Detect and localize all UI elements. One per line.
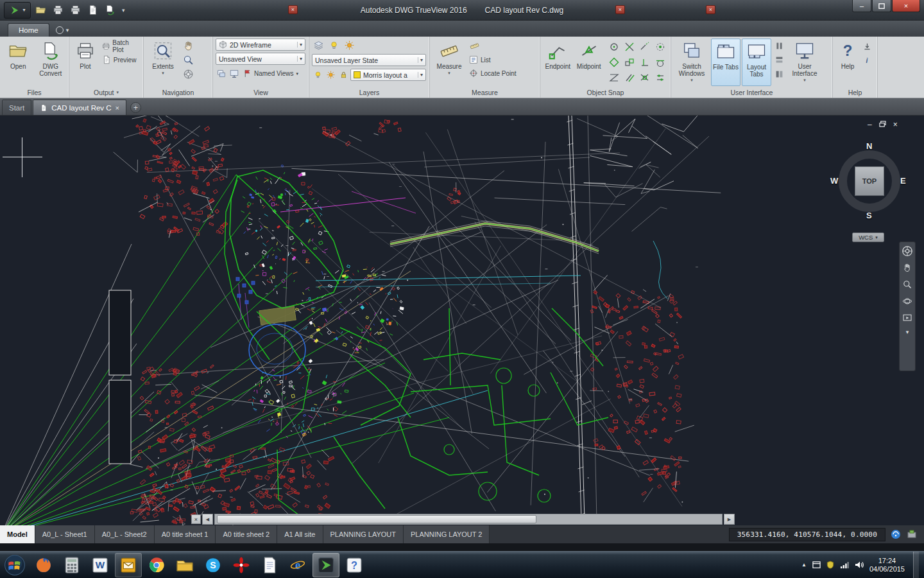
tray-network-icon[interactable] xyxy=(840,561,849,569)
navbar-options-caret-icon[interactable]: ▾ xyxy=(901,328,914,336)
pan-button[interactable] xyxy=(181,39,195,53)
named-view-combo[interactable]: Unsaved View ▾ xyxy=(216,53,305,65)
osnap-parallel-icon[interactable] xyxy=(622,70,637,85)
window-close-button[interactable]: × xyxy=(892,0,920,12)
full-navigation-wheel-button[interactable] xyxy=(901,245,914,258)
file-tab-close-icon[interactable]: × xyxy=(116,104,119,112)
layout-tab-a1-all-site[interactable]: A1 All site xyxy=(277,525,323,543)
show-motion-button[interactable] xyxy=(901,311,914,324)
help-button[interactable]: ? Help xyxy=(835,39,860,86)
qat-customize-dropdown[interactable]: ▾ xyxy=(119,7,128,13)
taskbar-calculator-icon[interactable] xyxy=(58,553,85,577)
osnap-apparent-intersection-icon[interactable] xyxy=(637,70,653,85)
orbit-tool-button[interactable] xyxy=(901,295,914,308)
osnap-intersection-icon[interactable] xyxy=(622,39,637,55)
layer-freeze-button[interactable] xyxy=(343,39,355,52)
scroll-left-button[interactable]: ◀ xyxy=(202,514,213,525)
start-button[interactable] xyxy=(3,553,27,577)
zoom-extents-button[interactable]: Extents ▾ xyxy=(146,39,180,86)
tray-volume-icon[interactable] xyxy=(855,561,864,569)
viewcube-east[interactable]: E xyxy=(900,176,906,186)
named-views-button[interactable]: Named Views ▾ xyxy=(241,67,300,80)
visual-style-combo[interactable]: 2D Wireframe ▾ xyxy=(216,39,305,51)
layout-tab-model[interactable]: Model xyxy=(0,525,35,543)
taskbar-skype-icon[interactable]: S xyxy=(200,553,227,577)
plot-button[interactable]: Plot xyxy=(72,39,99,86)
scrollbar-track[interactable] xyxy=(214,514,723,525)
osnap-insertion-icon[interactable] xyxy=(622,55,637,70)
osnap-perpendicular-icon[interactable] xyxy=(637,55,653,70)
open-button[interactable]: Open xyxy=(3,39,34,86)
taskbar-pinwheel-app-icon[interactable] xyxy=(228,553,255,577)
qat-preview-button[interactable] xyxy=(85,3,100,17)
layer-properties-button[interactable] xyxy=(312,39,325,52)
show-hidden-icons-button[interactable]: ▲ xyxy=(801,562,807,568)
batch-plot-button[interactable]: Batch Plot xyxy=(100,40,141,53)
layout-tab-planning-layout[interactable]: PLANNING LAYOUT xyxy=(323,525,404,543)
doc-minimize-button[interactable]: – xyxy=(868,121,872,128)
locate-point-button[interactable]: Locate Point xyxy=(467,67,518,80)
ribbon-display-toggle[interactable]: ▾ xyxy=(56,23,69,37)
osnap-center-icon[interactable] xyxy=(606,39,622,55)
doc-close-button[interactable]: × xyxy=(893,121,898,128)
taskbar-clock[interactable]: 17:24 04/06/2015 xyxy=(869,557,905,574)
background-window-close-icon[interactable]: × xyxy=(615,5,625,14)
quick-measure-icon[interactable] xyxy=(467,39,481,53)
qat-plot-button[interactable] xyxy=(50,3,65,17)
drawing-canvas[interactable] xyxy=(0,116,924,525)
viewcube-south[interactable]: S xyxy=(866,211,872,220)
qat-open-button[interactable] xyxy=(33,3,48,17)
layout-tab-a0-title-sheet-2[interactable]: A0 title sheet 2 xyxy=(216,525,277,543)
osnap-extension-icon[interactable] xyxy=(637,39,653,55)
taskbar-explorer-icon[interactable] xyxy=(171,553,198,577)
viewcube-north[interactable]: N xyxy=(866,141,872,151)
snap-endpoint-button[interactable]: Endpoint xyxy=(543,39,573,86)
layer-lock-button[interactable] xyxy=(338,68,349,82)
new-drawing-tab-button[interactable]: + xyxy=(130,102,141,113)
layer-on-off-button[interactable] xyxy=(312,68,323,82)
background-window-close-icon[interactable]: × xyxy=(706,5,715,14)
isolate-objects-icon[interactable] xyxy=(906,529,918,540)
layer-thaw-button[interactable] xyxy=(325,68,336,82)
tab-home[interactable]: Home xyxy=(8,23,49,37)
doc-restore-button[interactable] xyxy=(879,121,886,128)
viewport-config-button[interactable] xyxy=(216,67,227,80)
osnap-tangent-icon[interactable] xyxy=(653,55,668,70)
file-tab-active-document[interactable]: CAD layout Rev C × xyxy=(33,100,126,115)
app-logo-button[interactable]: ▾ xyxy=(4,2,31,19)
viewcube-top-face[interactable]: TOP xyxy=(855,166,884,196)
about-info-icon[interactable]: i xyxy=(861,54,873,67)
dwg-convert-button[interactable]: DWG Convert xyxy=(35,39,67,86)
list-button[interactable]: List xyxy=(467,53,518,66)
current-layer-combo[interactable]: Morris layout a ▾ xyxy=(350,69,426,81)
window-maximize-button[interactable] xyxy=(872,0,891,12)
taskbar-chrome-icon[interactable] xyxy=(143,553,170,577)
tray-security-shield-icon[interactable] xyxy=(826,561,834,569)
preview-button[interactable]: Preview xyxy=(100,53,141,66)
taskbar-help-icon[interactable]: ? xyxy=(341,553,368,577)
osnap-node-icon[interactable] xyxy=(653,39,668,55)
join-viewports-button[interactable] xyxy=(228,67,240,80)
horizontal-scrollbar[interactable]: × ◀ ▶ xyxy=(191,514,735,525)
file-tab-start[interactable]: Start xyxy=(2,100,31,115)
layout-tab-a0l-sheet2[interactable]: A0_L - Sheet2 xyxy=(95,525,155,543)
layer-state-combo[interactable]: Unsaved Layer State ▾ xyxy=(312,54,426,66)
layer-isolate-button[interactable] xyxy=(327,39,340,52)
switch-windows-button[interactable]: Switch Windows ▾ xyxy=(674,39,710,86)
user-interface-button[interactable]: User Interface ▾ xyxy=(787,39,823,86)
snap-midpoint-button[interactable]: Midpoint xyxy=(574,39,604,86)
measure-button[interactable]: Measure ▾ xyxy=(432,39,466,86)
zoom-realtime-button[interactable] xyxy=(181,53,195,67)
layout-tab-planning-layout-2[interactable]: PLANNING LAYOUT 2 xyxy=(404,525,490,543)
scrollbar-thumb[interactable] xyxy=(217,515,536,523)
layout-tabs-toggle-button[interactable]: Layout Tabs xyxy=(742,39,771,86)
ui-toolbar-icon-a[interactable] xyxy=(773,39,785,53)
taskbar-firefox-icon[interactable] xyxy=(30,553,57,577)
pan-tool-button[interactable] xyxy=(901,261,914,274)
viewcube[interactable]: N S W E TOP xyxy=(830,141,909,221)
offline-help-icon[interactable] xyxy=(861,40,873,53)
taskbar-trueview-icon[interactable] xyxy=(312,553,339,577)
qat-publish-button[interactable] xyxy=(102,3,117,17)
window-minimize-button[interactable]: – xyxy=(852,0,871,12)
file-tabs-toggle-button[interactable]: File Tabs xyxy=(711,39,740,86)
